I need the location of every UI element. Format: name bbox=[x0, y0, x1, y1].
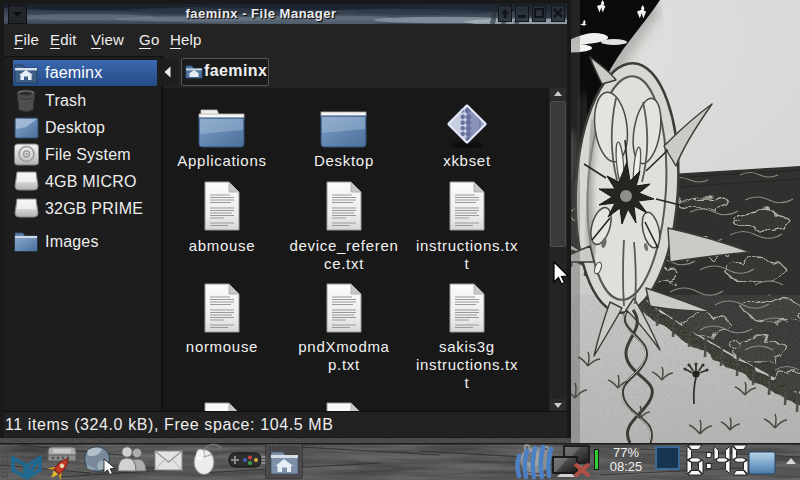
svg-text:08:25: 08:25 bbox=[610, 459, 643, 474]
svg-text:77%: 77% bbox=[613, 445, 639, 460]
